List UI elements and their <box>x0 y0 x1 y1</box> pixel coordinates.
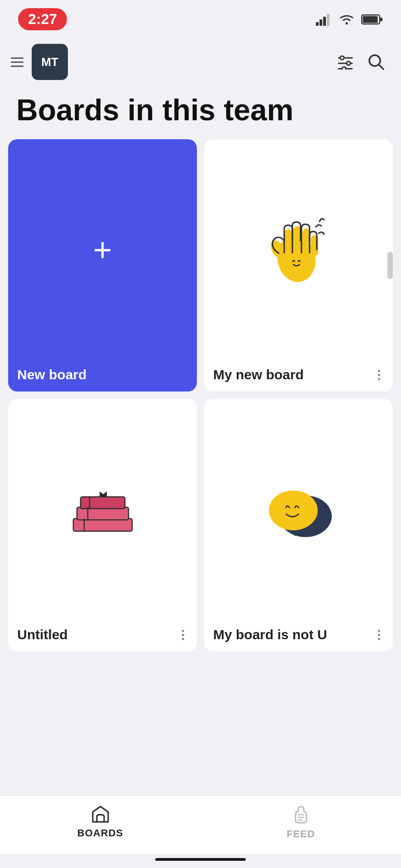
my-new-board-footer: My new board <box>204 360 393 392</box>
bottom-nav: BOARDS FEED <box>0 795 401 854</box>
status-time: 2:27 <box>18 8 67 30</box>
battery-icon <box>361 14 383 25</box>
page-title: Boards in this team <box>16 94 385 127</box>
new-board-name: New board <box>17 367 86 382</box>
untitled-board-image <box>8 399 197 620</box>
waving-hand-illustration <box>263 213 335 286</box>
chat-illustration <box>258 478 339 541</box>
my-new-board-name: My new board <box>213 367 304 382</box>
menu-button[interactable] <box>9 56 25 69</box>
my-board-not-card[interactable]: My board is not U <box>204 399 393 651</box>
svg-line-15 <box>379 65 383 69</box>
search-button[interactable] <box>368 53 385 71</box>
page-title-area: Boards in this team <box>0 85 401 139</box>
feed-nav-icon <box>292 805 310 825</box>
my-new-board-card[interactable]: My new board <box>204 139 393 392</box>
home-indicator <box>155 858 246 861</box>
nav-feed[interactable]: FEED <box>200 805 401 840</box>
plus-icon: + <box>93 233 112 266</box>
untitled-board-name: Untitled <box>17 627 68 642</box>
header-actions <box>337 53 385 71</box>
books-illustration <box>64 478 141 541</box>
new-board-card[interactable]: + New board <box>8 139 197 392</box>
scrollbar <box>387 252 393 279</box>
my-board-not-image <box>204 399 393 620</box>
avatar[interactable]: MT <box>32 44 68 80</box>
svg-rect-2 <box>323 17 326 26</box>
nav-boards[interactable]: BOARDS <box>0 805 200 840</box>
my-board-not-footer: My board is not U <box>204 620 393 651</box>
svg-rect-7 <box>380 18 382 21</box>
boards-nav-icon <box>90 805 111 824</box>
status-icons <box>316 13 383 26</box>
svg-point-9 <box>340 56 344 60</box>
svg-point-11 <box>347 61 350 65</box>
svg-rect-28 <box>81 497 125 509</box>
svg-rect-1 <box>320 19 322 26</box>
untitled-board-footer: Untitled <box>8 620 197 651</box>
svg-rect-6 <box>363 16 378 23</box>
new-board-icon-area: + <box>8 139 197 360</box>
boards-grid: + New board <box>0 139 401 652</box>
boards-nav-label: BOARDS <box>77 827 123 839</box>
untitled-board-more-button[interactable] <box>178 628 188 642</box>
search-icon <box>368 53 385 71</box>
new-board-footer: New board <box>8 360 197 392</box>
filter-button[interactable] <box>337 54 354 70</box>
untitled-board-card[interactable]: Untitled <box>8 399 197 651</box>
svg-point-4 <box>346 22 348 24</box>
svg-point-23 <box>288 256 305 269</box>
signal-icon <box>316 13 332 26</box>
svg-rect-3 <box>327 14 329 26</box>
svg-rect-19 <box>284 229 292 253</box>
my-new-board-more-button[interactable] <box>374 368 384 382</box>
feed-nav-label: FEED <box>286 828 315 840</box>
status-bar: 2:27 <box>0 0 401 35</box>
my-board-not-more-button[interactable] <box>374 628 384 642</box>
header: MT <box>0 35 401 85</box>
header-left: MT <box>9 44 68 80</box>
svg-point-13 <box>342 67 346 70</box>
my-new-board-image <box>204 139 393 360</box>
svg-rect-0 <box>316 22 319 26</box>
my-board-not-name: My board is not U <box>213 627 327 642</box>
wifi-icon <box>339 13 355 26</box>
filter-icon <box>337 54 354 70</box>
